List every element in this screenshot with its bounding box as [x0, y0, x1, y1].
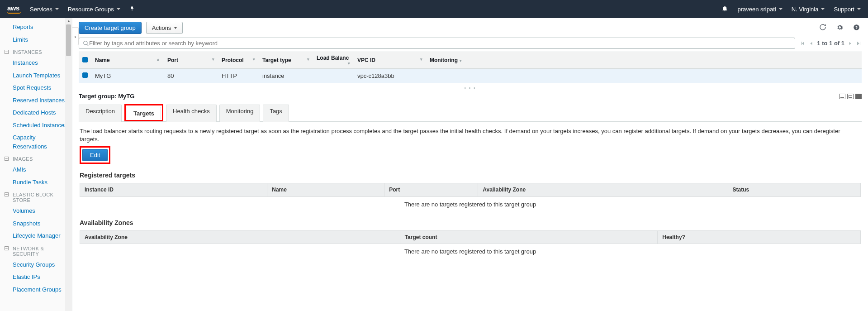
target-groups-table: Name▲ Port▾ Protocol▾ Target type▾ Load …: [79, 52, 862, 83]
registered-targets-table: Instance ID Name Port Availability Zone …: [80, 183, 861, 212]
sidebar-item-elastic-ips[interactable]: Elastic IPs: [0, 271, 72, 283]
scrollbar-thumb[interactable]: [66, 24, 71, 56]
sort-icon: ▾: [348, 61, 350, 66]
tab-monitoring[interactable]: Monitoring: [219, 105, 261, 122]
pager: 1 to 1 of 1: [800, 40, 862, 47]
col-target-type[interactable]: Target type▾: [259, 52, 313, 69]
availability-zones-heading: Availability Zones: [80, 219, 861, 228]
sidebar-item-reports[interactable]: Reports: [0, 21, 72, 33]
tab-targets[interactable]: Targets: [127, 107, 161, 120]
edit-button[interactable]: Edit: [82, 149, 108, 161]
col-port[interactable]: Port▾: [164, 52, 218, 69]
gear-icon[interactable]: [835, 22, 845, 34]
col-healthy[interactable]: Healthy?: [658, 230, 861, 244]
availability-zones-table: Availability Zone Target count Healthy? …: [80, 230, 861, 260]
sidebar-header-ebs[interactable]: –ELASTIC BLOCK STORE: [0, 188, 59, 205]
col-instance-id[interactable]: Instance ID: [80, 183, 267, 196]
panel-max-icon[interactable]: [855, 94, 862, 99]
collapse-icon: –: [5, 192, 9, 196]
col-monitoring[interactable]: Monitoring▾: [426, 52, 862, 69]
sort-asc-icon: ▲: [156, 57, 160, 62]
sidebar-item-dedicated-hosts[interactable]: Dedicated Hosts: [0, 106, 72, 119]
col-status[interactable]: Status: [728, 183, 860, 196]
sidebar-item-launch-templates[interactable]: Launch Templates: [0, 69, 72, 82]
highlight-targets-tab: Targets: [124, 104, 163, 121]
filter-input[interactable]: [89, 40, 791, 47]
sidebar-item-scheduled-instances[interactable]: Scheduled Instances: [0, 119, 72, 132]
scrollbar[interactable]: ▲: [65, 18, 72, 311]
sidebar-collapse[interactable]: [72, 27, 79, 45]
sidebar-item-instances[interactable]: Instances: [0, 57, 72, 69]
col-az[interactable]: Availability Zone: [478, 183, 728, 196]
row-checkbox[interactable]: [82, 72, 88, 78]
panel-min-icon[interactable]: [839, 94, 845, 99]
col-checkbox[interactable]: [79, 52, 91, 69]
nav-resource-groups[interactable]: Resource Groups: [68, 6, 120, 13]
col-count[interactable]: Target count: [400, 230, 658, 244]
detail-tabs: Description Targets Health checks Monito…: [79, 104, 862, 122]
sidebar-header-netsec[interactable]: –NETWORK & SECURITY: [0, 242, 59, 258]
nav-support[interactable]: Support: [834, 6, 861, 13]
highlight-edit-button: Edit: [80, 146, 110, 164]
tab-health-checks[interactable]: Health checks: [166, 105, 217, 122]
pin-icon[interactable]: [129, 6, 135, 13]
resize-handle[interactable]: • • •: [79, 86, 862, 90]
sort-icon: ▾: [460, 58, 462, 63]
cell-name: MyTG: [91, 69, 164, 83]
sidebar-header-instances[interactable]: –INSTANCES: [0, 46, 72, 57]
sidebar-item-lifecycle-manager[interactable]: Lifecycle Manager: [0, 230, 72, 242]
pager-prev-icon[interactable]: [809, 41, 813, 46]
table-row[interactable]: MyTG 80 HTTP instance vpc-c128a3bb: [79, 69, 862, 83]
col-port[interactable]: Port: [384, 183, 478, 196]
sort-icon: ▾: [253, 57, 255, 62]
col-vpc[interactable]: VPC ID▾: [354, 52, 426, 69]
nav-support-label: Support: [834, 6, 854, 13]
sidebar-item-placement-groups[interactable]: Placement Groups: [0, 283, 72, 296]
sidebar-item-snapshots[interactable]: Snapshots: [0, 217, 72, 230]
col-name[interactable]: Name: [267, 183, 384, 196]
cell-lb: [313, 69, 354, 83]
actions-label: Actions: [152, 24, 171, 31]
collapse-icon: –: [5, 246, 9, 250]
tab-description[interactable]: Description: [79, 105, 122, 122]
chevron-down-icon: [821, 8, 825, 10]
sidebar-item-bundle-tasks[interactable]: Bundle Tasks: [0, 176, 72, 189]
sidebar-item-volumes[interactable]: Volumes: [0, 205, 72, 217]
col-az[interactable]: Availability Zone: [80, 230, 400, 244]
actions-button[interactable]: Actions: [146, 22, 183, 34]
chevron-down-icon: [55, 8, 59, 10]
sidebar-item-limits[interactable]: Limits: [0, 33, 72, 46]
col-protocol[interactable]: Protocol▾: [218, 52, 259, 69]
col-name[interactable]: Name▲: [91, 52, 164, 69]
nav-rg-label: Resource Groups: [68, 6, 114, 13]
sidebar-header-images[interactable]: –IMAGES: [0, 153, 72, 163]
refresh-icon[interactable]: [817, 22, 828, 34]
cell-vpc: vpc-c128a3bb: [354, 69, 426, 83]
sidebar-item-reserved-instances[interactable]: Reserved Instances: [0, 94, 72, 107]
sidebar-item-amis[interactable]: AMIs: [0, 163, 72, 176]
filter-box[interactable]: [79, 38, 795, 49]
panel-mid-icon[interactable]: [847, 94, 854, 99]
pager-next-icon[interactable]: [848, 41, 853, 46]
sort-icon: ▾: [212, 57, 214, 62]
pager-last-icon[interactable]: [856, 41, 862, 46]
create-target-group-button[interactable]: Create target group: [79, 22, 142, 34]
sidebar-item-spot-requests[interactable]: Spot Requests: [0, 81, 72, 94]
sidebar-item-security-groups[interactable]: Security Groups: [0, 258, 72, 271]
nav-region[interactable]: N. Virginia: [792, 6, 825, 13]
cell-protocol: HTTP: [218, 69, 259, 83]
tab-tags[interactable]: Tags: [263, 105, 289, 122]
svg-text:?: ?: [855, 25, 858, 29]
checkbox-all[interactable]: [82, 57, 88, 62]
sort-icon: ▾: [420, 57, 422, 62]
aws-logo[interactable]: aws: [7, 5, 21, 14]
registered-targets-heading: Registered targets: [80, 171, 861, 180]
help-icon[interactable]: ?: [851, 22, 862, 34]
sidebar-item-capacity-reservations[interactable]: Capacity Reservations: [0, 131, 50, 153]
bell-icon[interactable]: [721, 5, 728, 13]
nav-user[interactable]: praveen sripati: [737, 6, 782, 13]
cell-port: 80: [164, 69, 218, 83]
nav-services[interactable]: Services: [30, 6, 59, 13]
col-load-balancer[interactable]: Load Balanc▾: [313, 52, 354, 69]
pager-first-icon[interactable]: [800, 41, 805, 46]
